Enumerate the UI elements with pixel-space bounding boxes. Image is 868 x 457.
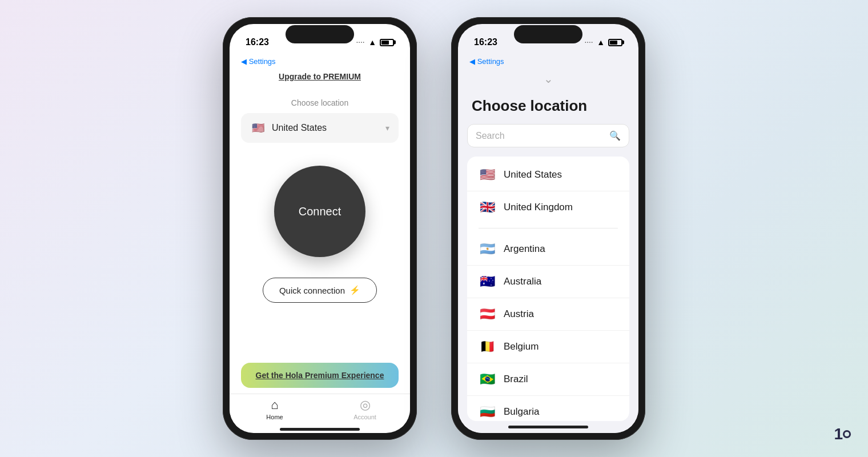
dynamic-island [286,25,354,43]
location-dropdown[interactable]: 🇺🇸 United States ▾ [241,113,399,143]
phone2-main-content: Choose location Search 🔍 🇺🇸 United State… [458,91,638,433]
country-name-brazil: Brazil [504,374,528,385]
status-icons-2: ···· ▲ [585,38,622,47]
account-icon: ◎ [360,398,371,412]
home-icon: ⌂ [271,398,278,412]
status-icons-1: ···· ▲ [356,38,394,47]
country-item-bulgaria[interactable]: 🇧🇬 Bulgaria [467,396,629,421]
battery-icon-2 [608,39,622,46]
premium-banner-text: Get the Hola [256,371,305,380]
status-time-1: 16:23 [246,37,269,47]
back-arrow-2: ◀ [469,57,477,66]
dropdown-handle[interactable]: ⌄ [458,66,638,91]
country-item-argentina[interactable]: 🇦🇷 Argentina [467,233,629,266]
search-icon[interactable]: 🔍 [609,130,621,141]
phone2-screen: 16:23 ···· ▲ ◀ Settings ⌄ [458,24,638,433]
quick-connection-button[interactable]: Quick connection ⚡ [263,278,377,303]
tab-home[interactable]: ⌂ Home [230,398,320,420]
signal-dots-1: ···· [356,39,365,46]
connect-label: Connect [299,205,341,218]
tab-account-label: Account [353,414,376,420]
country-name-uk: United Kingdom [504,202,573,213]
upgrade-text: Upgrade to [279,72,323,81]
country-name-austria: Austria [504,308,534,320]
country-item-us[interactable]: 🇺🇸 United States [467,159,629,191]
flag-austria: 🇦🇹 [479,306,496,323]
tab-home-label: Home [266,414,283,420]
country-name-us: United States [504,169,562,181]
country-name-bulgaria: Bulgaria [504,406,539,418]
watermark-circle [843,430,851,438]
all-countries-section: 🇦🇷 Argentina 🇦🇺 Australia 🇦🇹 Austria [467,231,629,421]
back-arrow-1: ◀ [241,57,249,66]
wifi-icon-1: ▲ [368,38,376,47]
status-time-2: 16:23 [474,37,497,47]
flag-argentina: 🇦🇷 [479,240,496,258]
premium-banner-suffix: Experience [339,371,384,380]
tab-account[interactable]: ◎ Account [320,398,410,420]
upgrade-banner[interactable]: Upgrade to PREMIUM [279,72,361,81]
section-divider [479,228,618,228]
watermark-number: 1 [834,425,843,443]
featured-countries-section: 🇺🇸 United States 🇬🇧 United Kingdom [467,157,629,226]
country-name-belgium: Belgium [504,341,539,352]
country-item-uk[interactable]: 🇬🇧 United Kingdom [467,191,629,223]
country-item-austria[interactable]: 🇦🇹 Austria [467,298,629,331]
country-name-australia: Australia [504,276,541,287]
flag-belgium: 🇧🇪 [479,338,496,355]
connect-button[interactable]: Connect [274,166,365,257]
phone2: 16:23 ···· ▲ ◀ Settings ⌄ [451,17,645,440]
flag-uk: 🇬🇧 [479,199,496,216]
premium-banner-link: Premium [305,371,339,380]
dynamic-island-2 [514,25,582,43]
phone1-main-content: Upgrade to PREMIUM Choose location 🇺🇸 Un… [230,66,410,394]
dropdown-chevron: ▾ [385,123,389,133]
choose-location-title: Choose location [458,91,638,124]
premium-experience-banner[interactable]: Get the Hola Premium Experience [241,363,399,388]
upgrade-link: PREMIUM [323,72,361,81]
phones-container: 16:23 ···· ▲ ◀ Settings Upgrade to PR [223,17,645,440]
battery-icon-1 [380,39,394,46]
country-item-australia[interactable]: 🇦🇺 Australia [467,266,629,298]
watermark: 1 [834,425,851,443]
country-item-belgium[interactable]: 🇧🇪 Belgium [467,331,629,363]
settings-back-label-2: Settings [477,57,504,66]
flash-icon: ⚡ [349,285,360,295]
country-list: 🇺🇸 United States 🇬🇧 United Kingdom 🇦🇷 [467,157,629,421]
flag-bulgaria: 🇧🇬 [479,403,496,420]
flag-australia: 🇦🇺 [479,273,496,290]
search-placeholder-text: Search [476,131,605,141]
home-indicator-1 [280,428,360,431]
handle-chevron: ⌄ [544,73,553,85]
country-name-argentina: Argentina [504,243,545,255]
settings-back-2[interactable]: ◀ Settings [458,55,638,66]
location-left: 🇺🇸 United States [250,120,327,136]
settings-back-1[interactable]: ◀ Settings [230,55,410,66]
quick-connection-text: Quick connection [279,286,345,295]
flag-us: 🇺🇸 [479,166,496,183]
tab-bar: ⌂ Home ◎ Account [230,394,410,428]
signal-dots-2: ···· [585,39,593,46]
wifi-icon-2: ▲ [597,38,605,47]
choose-location-label: Choose location [291,98,348,107]
phone1-screen: 16:23 ···· ▲ ◀ Settings Upgrade to PR [230,24,410,433]
settings-back-label-1: Settings [249,57,276,66]
selected-flag: 🇺🇸 [250,120,266,136]
home-indicator-2 [508,426,588,428]
flag-brazil: 🇧🇷 [479,371,496,388]
country-item-brazil[interactable]: 🇧🇷 Brazil [467,363,629,396]
search-bar[interactable]: Search 🔍 [467,124,629,147]
selected-country-name: United States [272,123,327,133]
phone1: 16:23 ···· ▲ ◀ Settings Upgrade to PR [223,17,417,440]
